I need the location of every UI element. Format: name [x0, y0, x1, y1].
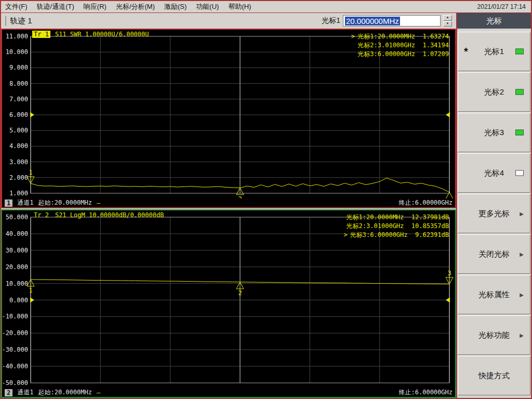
softkey-button-shortcuts[interactable]: 快捷方式	[458, 356, 530, 395]
marker-readout-line: 光标1:20.0000MHz 12.37981dB	[344, 213, 449, 222]
y-tick-label: 10.000	[6, 280, 28, 287]
sweep-indicator: —	[97, 389, 100, 396]
submenu-arrow-icon: ▶	[520, 292, 524, 298]
frequency-spinner: ▲ ▼	[443, 15, 452, 26]
menu-items-container: 文件(F)轨迹/通道(T)响应(R)光标/分析(M)激励(S)功能(U)帮助(H…	[5, 2, 251, 11]
toolbar-row: 轨迹 1 光标1 20.000000MHz ▲ ▼ 光标	[1, 13, 531, 29]
main-content: Tr 1S11 SWR 1.00000U/6.00000U>光标1:20.000…	[1, 29, 531, 398]
softkey-button-marker2[interactable]: 光标2	[458, 72, 530, 112]
ref-level-arrow-left	[30, 298, 34, 303]
softkey-sidebar: *光标1光标2光标3光标4更多光标▶关闭光标▶光标属性▶光标功能▶快捷方式	[457, 29, 531, 398]
channel-label: 通道1	[17, 388, 33, 397]
menu-item[interactable]: 文件(F)	[5, 2, 28, 11]
channel-label: 通道1	[17, 198, 33, 207]
y-tick-label: 50.000	[6, 214, 28, 221]
trace-number-tag[interactable]: Tr 1	[32, 31, 50, 38]
submenu-arrow-icon: ▶	[520, 251, 524, 257]
marker-readout-line: 光标2:3.01000GHz 10.85357dB	[344, 222, 449, 231]
y-tick-label: 7.000	[9, 96, 28, 103]
softkey-button-marker1[interactable]: *光标1	[458, 32, 530, 71]
marker-number-label: 1	[29, 287, 32, 294]
y-tick-label: 8.000	[9, 80, 28, 87]
y-tick-label: 11.000	[6, 33, 28, 40]
softkey-label: 快捷方式	[478, 371, 510, 381]
softkey-label: 光标2	[484, 87, 504, 97]
trace-title-bar: Tr 1S11 SWR 1.00000U/6.00000U	[32, 31, 149, 38]
swr-chart-panel: Tr 1S11 SWR 1.00000U/6.00000U>光标1:20.000…	[1, 29, 456, 208]
softkey-label: 光标3	[484, 128, 504, 138]
y-tick-label: 30.000	[6, 247, 28, 254]
y-tick-label: 9.000	[9, 64, 28, 71]
softkey-label: 光标功能	[478, 330, 510, 340]
y-tick-label: 4.000	[9, 142, 28, 150]
y-tick-label: 20.000	[6, 263, 28, 271]
ref-level-arrow-left	[30, 112, 34, 117]
channel-status-bar: 1通道1起始:20.0000MHz—终止:6.00000GHz	[2, 198, 455, 207]
marker-readout-text: 光标2:3.01000GHz 1.34194	[357, 42, 449, 49]
y-tick-label: -20.000	[2, 329, 28, 337]
active-marker-caret: >	[344, 231, 348, 240]
marker-frequency-input[interactable]: 20.000000MHz	[343, 15, 441, 26]
softkey-label: 关闭光标	[478, 249, 510, 259]
submenu-arrow-icon: ▶	[520, 211, 524, 217]
trace-title-bar: Tr 2S21 LogM 10.00000dB/0.00000dB	[32, 211, 164, 219]
vna-window: 文件(F)轨迹/通道(T)响应(R)光标/分析(M)激励(S)功能(U)帮助(H…	[0, 0, 532, 399]
trace-number-tag[interactable]: Tr 2	[32, 211, 50, 219]
marker-readout-text: 光标1:20.0000MHz 1.63274	[357, 33, 449, 40]
softkey-button-close-markers[interactable]: 关闭光标▶	[458, 234, 530, 274]
marker-readout-line: 光标3:6.00000GHz 1.07209	[351, 50, 449, 59]
marker-readout-line: >光标3:6.00000GHz 9.62391dB	[344, 231, 449, 240]
marker-number-label: 2	[238, 289, 242, 297]
marker-led-indicator-on	[515, 49, 524, 55]
start-frequency-label: 起始:20.0000MHz	[38, 198, 91, 207]
y-tick-label: -30.000	[2, 346, 28, 353]
menu-item[interactable]: 光标/分析(M)	[116, 2, 155, 11]
marker-readout-block: 光标1:20.0000MHz 12.37981dB光标2:3.01000GHz …	[344, 213, 449, 240]
y-tick-label: 5.000	[9, 127, 28, 134]
logmag-chart-panel: Tr 2S21 LogM 10.00000dB/0.00000dB光标1:20.…	[1, 209, 456, 398]
menu-item[interactable]: 功能(U)	[196, 2, 219, 11]
y-tick-label: 0.000	[9, 297, 28, 304]
marker-readout-text: 光标3:6.00000GHz 9.62391dB	[350, 231, 449, 238]
y-tick-label: 6.000	[9, 111, 28, 118]
ref-level-arrow-right	[446, 112, 450, 117]
softkey-button-marker-properties[interactable]: 光标属性▶	[458, 275, 530, 314]
softkey-button-more-markers[interactable]: 更多光标▶	[458, 194, 530, 233]
softkey-button-marker4[interactable]: 光标4	[458, 153, 530, 193]
spinner-up-button[interactable]: ▲	[443, 15, 452, 21]
menu-item[interactable]: 激励(S)	[164, 2, 187, 11]
trace-format-label: S21 LogM 10.00000dB/0.00000dB	[55, 211, 164, 219]
y-tick-label: 40.000	[6, 230, 28, 237]
channel-number-box: 2	[5, 389, 12, 396]
softkey-menu-title: 光标	[457, 13, 531, 29]
marker-led-indicator-off	[515, 170, 524, 176]
start-frequency-label: 起始:20.0000MHz	[38, 388, 91, 397]
marker-readout-block: >光标1:20.0000MHz 1.63274光标2:3.01000GHz 1.…	[351, 32, 449, 59]
softkey-button-marker-functions[interactable]: 光标功能▶	[458, 315, 530, 355]
menu-item[interactable]: 帮助(H)	[228, 2, 251, 11]
charts-column: Tr 1S11 SWR 1.00000U/6.00000U>光标1:20.000…	[1, 29, 457, 398]
marker-readout-line: 光标2:3.01000GHz 1.34194	[351, 41, 449, 50]
y-tick-label: -40.000	[2, 363, 28, 370]
menu-item[interactable]: 轨迹/通道(T)	[37, 2, 74, 11]
active-marker-asterisk: *	[464, 46, 468, 58]
y-tick-label: 3.000	[9, 158, 28, 166]
active-trace-label: 轨迹 1	[5, 16, 32, 26]
softkey-label: 光标4	[484, 168, 504, 178]
datetime-display: 2021/01/27 17:14	[477, 3, 526, 10]
menu-item[interactable]: 响应(R)	[84, 2, 107, 11]
softkey-label: 光标属性	[478, 290, 510, 300]
menu-bar: 文件(F)轨迹/通道(T)响应(R)光标/分析(M)激励(S)功能(U)帮助(H…	[1, 1, 531, 13]
stop-frequency-label: 终止:6.00000GHz	[399, 388, 453, 397]
active-marker-caret: >	[351, 32, 355, 41]
marker-readout-line: >光标1:20.0000MHz 1.63274	[351, 32, 449, 41]
spinner-down-button[interactable]: ▼	[443, 21, 452, 27]
y-tick-label: -10.000	[2, 313, 28, 320]
sweep-indicator: —	[97, 200, 100, 207]
marker-led-indicator-on	[515, 89, 524, 95]
softkey-label: 更多光标	[478, 209, 510, 219]
y-tick-label: -50.000	[2, 379, 28, 387]
softkey-button-marker3[interactable]: 光标3	[458, 113, 530, 152]
y-tick-label: 10.000	[6, 48, 28, 56]
marker-number-label: 1	[29, 169, 32, 176]
